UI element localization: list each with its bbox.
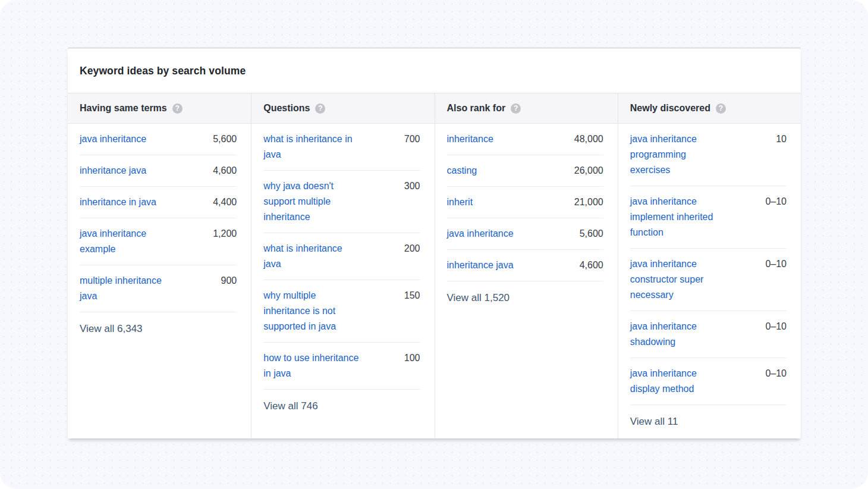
keyword-row: inheritance in java 4,400 <box>80 187 237 218</box>
column-having-same-terms: Having same terms ? java inheritance 5,6… <box>68 93 251 438</box>
keyword-link[interactable]: why multiple inheritance is not supporte… <box>263 288 336 334</box>
column-header-also-rank-for: Also rank for ? <box>435 93 618 124</box>
column-header-label: Having same terms <box>80 103 167 114</box>
keyword-row: why java doesn't support multiple inheri… <box>263 171 420 233</box>
column-questions: Questions ? what is inheritance in java … <box>251 93 434 438</box>
keyword-link[interactable]: inheritance <box>447 131 493 147</box>
search-volume: 0–10 <box>759 256 787 272</box>
search-volume: 21,000 <box>568 195 603 210</box>
keyword-link[interactable]: java inheritance shadowing <box>630 319 697 350</box>
keyword-link[interactable]: java inheritance display method <box>630 366 697 397</box>
keyword-row: java inheritance display method 0–10 <box>630 358 787 405</box>
keyword-row: what is inheritance in java 700 <box>263 124 420 171</box>
view-all-link[interactable]: View all 6,343 <box>80 321 143 337</box>
search-volume: 700 <box>398 131 420 147</box>
keyword-link[interactable]: inheritance in java <box>80 195 156 210</box>
search-volume: 4,400 <box>207 195 237 210</box>
column-header-having-same-terms: Having same terms ? <box>68 93 251 124</box>
column-header-label: Questions <box>263 103 310 114</box>
keyword-link[interactable]: java inheritance implement inherited fun… <box>630 194 713 240</box>
search-volume: 4,600 <box>207 163 237 178</box>
view-all-link[interactable]: View all 1,520 <box>447 290 510 306</box>
keyword-row: java inheritance programming exercises 1… <box>630 124 787 186</box>
keyword-link[interactable]: java inheritance constructor super neces… <box>630 256 704 303</box>
search-volume: 150 <box>398 288 420 303</box>
keyword-link[interactable]: why java doesn't support multiple inheri… <box>263 178 334 225</box>
help-icon[interactable]: ? <box>716 104 726 114</box>
column-body: inheritance 48,000 casting 26,000 inheri… <box>435 124 618 306</box>
keyword-row: java inheritance constructor super neces… <box>630 249 787 311</box>
search-volume: 0–10 <box>759 319 787 334</box>
search-volume: 200 <box>398 241 420 256</box>
page-title: Keyword ideas by search volume <box>80 65 246 77</box>
column-body: what is inheritance in java 700 why java… <box>251 124 434 414</box>
help-icon[interactable]: ? <box>315 104 325 114</box>
keyword-link[interactable]: java inheritance programming exercises <box>630 131 697 178</box>
page-background: Keyword ideas by search volume Having sa… <box>0 0 868 489</box>
keyword-row: inherit 21,000 <box>447 187 603 218</box>
search-volume: 26,000 <box>568 163 603 178</box>
column-header-label: Newly discovered <box>630 103 710 114</box>
search-volume: 1,200 <box>207 226 237 242</box>
keyword-row: java inheritance shadowing 0–10 <box>630 311 787 358</box>
keyword-row: why multiple inheritance is not supporte… <box>263 280 420 343</box>
column-header-questions: Questions ? <box>251 93 434 124</box>
keyword-ideas-card: Keyword ideas by search volume Having sa… <box>68 49 801 438</box>
card-title-bar: Keyword ideas by search volume <box>68 49 801 93</box>
keyword-row: inheritance java 4,600 <box>80 155 237 187</box>
keyword-link[interactable]: casting <box>447 163 477 178</box>
column-header-label: Also rank for <box>447 103 506 114</box>
search-volume: 100 <box>398 350 420 366</box>
keyword-columns-grid: Having same terms ? java inheritance 5,6… <box>68 93 801 438</box>
view-all-link[interactable]: View all 11 <box>630 414 678 430</box>
keyword-row: java inheritance 5,600 <box>447 218 603 250</box>
keyword-row: inheritance 48,000 <box>447 124 603 155</box>
search-volume: 0–10 <box>759 194 787 209</box>
search-volume: 10 <box>770 131 787 147</box>
keyword-row: multiple inheritance java 900 <box>80 265 237 312</box>
keyword-row: java inheritance 5,600 <box>80 124 237 155</box>
help-icon[interactable]: ? <box>172 104 183 114</box>
column-newly-discovered: Newly discovered ? java inheritance prog… <box>618 93 801 438</box>
keyword-link[interactable]: inheritance java <box>80 163 146 178</box>
keyword-link[interactable]: java inheritance <box>447 226 514 242</box>
keyword-row: java inheritance implement inherited fun… <box>630 186 787 249</box>
search-volume: 5,600 <box>207 131 237 147</box>
search-volume: 300 <box>398 178 420 194</box>
keyword-link[interactable]: inherit <box>447 195 473 210</box>
search-volume: 900 <box>215 273 237 289</box>
keyword-link[interactable]: how to use inheritance in java <box>263 350 358 381</box>
keyword-link[interactable]: java inheritance example <box>80 226 146 257</box>
keyword-link[interactable]: inheritance java <box>447 258 514 273</box>
view-all-link[interactable]: View all 746 <box>263 399 317 414</box>
keyword-link[interactable]: what is inheritance in java <box>263 131 352 162</box>
column-also-rank-for: Also rank for ? inheritance 48,000 casti… <box>435 93 618 438</box>
search-volume: 5,600 <box>574 226 603 242</box>
keyword-row: java inheritance example 1,200 <box>80 218 237 265</box>
column-header-newly-discovered: Newly discovered ? <box>618 93 801 124</box>
search-volume: 48,000 <box>568 131 603 147</box>
search-volume: 0–10 <box>759 366 787 381</box>
keyword-link[interactable]: java inheritance <box>80 131 146 147</box>
keyword-row: what is inheritance java 200 <box>263 233 420 280</box>
keyword-link[interactable]: what is inheritance java <box>263 241 342 272</box>
keyword-row: casting 26,000 <box>447 155 603 187</box>
keyword-row: how to use inheritance in java 100 <box>263 343 420 390</box>
help-icon[interactable]: ? <box>511 104 521 114</box>
keyword-row: inheritance java 4,600 <box>447 250 603 281</box>
search-volume: 4,600 <box>574 258 603 273</box>
column-body: java inheritance programming exercises 1… <box>618 124 801 430</box>
keyword-link[interactable]: multiple inheritance java <box>80 273 162 304</box>
column-body: java inheritance 5,600 inheritance java … <box>68 124 251 337</box>
